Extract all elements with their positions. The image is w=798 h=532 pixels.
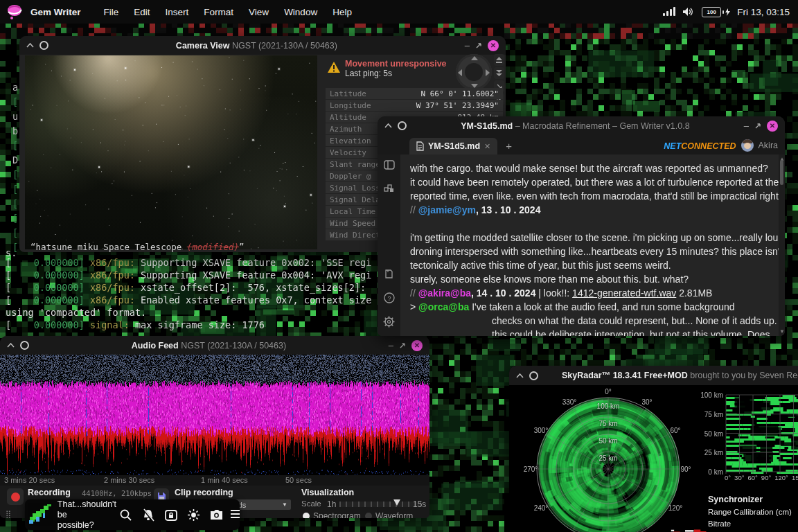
telemetry-row: LatitudeN 66° 0' 11.6002" [326, 88, 503, 99]
camera-dpad-control[interactable] [456, 54, 492, 90]
audio-titlebar[interactable]: Audio Feed NGST (2021-130A / 50463) – ✕ [0, 336, 429, 355]
avatar[interactable] [741, 139, 754, 152]
tab-ym-s1d5[interactable]: YM-S1d5.md✕ [409, 138, 497, 154]
restore-button[interactable] [475, 42, 482, 49]
pages-icon[interactable] [384, 269, 394, 283]
audio-timeline[interactable]: 3 mins 20 secs2 mins 30 secs1 min 40 sec… [0, 475, 429, 486]
record-button[interactable] [7, 488, 24, 505]
chat-line: // @akira@ba, 14 . 10 . 2024 | look!!: 1… [410, 286, 779, 300]
help-icon[interactable]: ? [384, 292, 395, 306]
dolphin-avatar [28, 501, 53, 529]
blocks-icon[interactable] [384, 182, 395, 196]
chat-line: this could be deliberate intervention, b… [410, 328, 779, 336]
file-icon [416, 141, 424, 151]
timeline-label: 1 min 40 secs [201, 476, 248, 484]
gem-writer-logo [6, 3, 24, 21]
radar-titlebar[interactable]: SkyRadar™ 18.3.41 Free+MOD brought to yo… [509, 366, 798, 385]
scrollbar[interactable]: ▲ ▼ [779, 154, 785, 336]
brightness-icon[interactable] [187, 508, 200, 522]
window-dot-icon[interactable] [398, 121, 407, 130]
notifications-off-icon[interactable] [141, 508, 155, 522]
slider-thumb[interactable] [393, 499, 400, 506]
editor-window-title: YM-S1d5.md – Macrodata Refinement – Gem … [412, 121, 738, 131]
app-name[interactable]: Gem Writer [30, 7, 81, 17]
editor-titlebar[interactable]: YM-S1d5.md – Macrodata Refinement – Gem … [378, 116, 785, 135]
radio-spectrogram[interactable]: Spectrogram [303, 511, 361, 518]
window-dot-icon[interactable] [39, 41, 48, 50]
window-dot-icon[interactable] [20, 341, 29, 350]
close-tab-icon[interactable]: ✕ [484, 142, 490, 151]
chat-line: it could have been remotely operated, bu… [410, 175, 779, 189]
close-button[interactable]: ✕ [488, 40, 499, 51]
menu-insert[interactable]: Insert [166, 7, 189, 17]
chat-text: @orca@ba [418, 301, 469, 312]
menu-icon[interactable] [231, 508, 240, 521]
chat-text: reported time, even like. even with tech… [410, 190, 779, 202]
close-button[interactable]: ✕ [767, 121, 778, 132]
chat-text: I've taken a look at the audio feed, and… [469, 301, 734, 312]
menu-file[interactable]: File [104, 7, 119, 17]
menu-format[interactable]: Format [204, 7, 233, 17]
window-dot-icon[interactable] [529, 371, 538, 380]
menu-view[interactable]: View [249, 7, 269, 17]
clip-recording-heading: Clip recording [175, 488, 233, 497]
screenshot-lock-icon[interactable] [164, 508, 178, 522]
restore-button[interactable] [754, 123, 761, 130]
minimize-button[interactable]: – [744, 123, 749, 130]
minimize-button[interactable]: – [389, 342, 393, 349]
svg-text:?: ? [387, 295, 391, 302]
battery-indicator: 100 [702, 7, 730, 17]
menu-help[interactable]: Help [332, 7, 352, 17]
attachment-link[interactable]: 1412-generated-wtf.wav [572, 287, 676, 299]
scale-slider[interactable] [339, 502, 421, 507]
radar-window-title: SkyRadar™ 18.3.41 Free+MOD brought to yo… [544, 371, 798, 380]
chat-line: tectonically active this time of year, b… [410, 258, 779, 272]
recording-meta: 44100Hz, 210kbps [82, 489, 152, 497]
chat-line: surely, someone else knows more than me … [410, 272, 779, 286]
collapse-chevron-icon[interactable] [7, 343, 15, 348]
minimize-button[interactable]: – [465, 42, 470, 49]
restore-button[interactable] [399, 342, 406, 349]
skyradar-window: SkyRadar™ 18.3.41 Free+MOD brought to yo… [509, 366, 798, 532]
camera-titlebar[interactable]: Camera View NGST (2021-130A / 50463) – ✕ [19, 36, 506, 55]
menu-window[interactable]: Window [284, 7, 317, 17]
chat-document[interactable]: with the cargo. that would make sense! b… [400, 154, 779, 336]
chat-text: > [410, 301, 418, 312]
chat-text: , 14 . 10 . 2024 [471, 287, 535, 299]
timeline-label: 3 mins 20 secs [4, 476, 55, 484]
warning-icon [327, 61, 341, 73]
chat-text: this could be deliberate intervention, b… [492, 329, 770, 336]
menu-edit[interactable]: Edit [134, 7, 150, 17]
telemetry-row: LongitudeW 37° 51' 23.3949" [326, 100, 503, 111]
radar-display-area: 0°30°60°90°120°150°180°210°240°270°300°3… [509, 385, 798, 532]
chat-text: | look!!: [535, 287, 572, 299]
toast-drag-handle[interactable]: ⣿ [6, 510, 12, 519]
close-button[interactable]: ✕ [411, 340, 423, 351]
double-down-button[interactable] [494, 67, 504, 79]
chat-text: tectonically active this time of year, b… [410, 260, 671, 271]
visualization-heading: Visualization [301, 488, 354, 497]
collapse-chevron-icon[interactable] [516, 373, 524, 378]
chat-text: with the cargo. that would make sense! b… [410, 163, 768, 174]
camera-warning: Movement unresponsive Last ping: 5s [345, 59, 447, 78]
radio-waveform[interactable]: Waveform [365, 511, 413, 518]
collapse-chevron-icon[interactable] [26, 43, 34, 48]
chat-text: @jamie@ym [418, 204, 476, 215]
collapse-chevron-icon[interactable] [384, 123, 392, 128]
synchronizer-panel: Synchronizer Range Callibration (cm) Bit… [708, 495, 792, 531]
gear-icon[interactable] [383, 316, 395, 330]
eject-button[interactable] [494, 54, 504, 66]
scroll-down-icon[interactable]: ▼ [779, 328, 785, 335]
dpad-up-icon[interactable] [471, 56, 478, 60]
sidebar-toggle-icon[interactable] [384, 160, 395, 172]
new-tab-button[interactable]: + [506, 140, 512, 152]
dpad-left-icon[interactable] [458, 69, 462, 76]
camera-icon[interactable] [209, 508, 224, 521]
clock: Fri 13, 03:15 [737, 7, 790, 17]
search-icon[interactable] [119, 508, 132, 522]
chat-line: reported time, even like. even with tech… [410, 189, 779, 203]
character-toast[interactable]: That...shouldn't bepossible? [25, 499, 240, 530]
scroll-thumb[interactable] [780, 160, 783, 185]
dpad-right-icon[interactable] [486, 69, 490, 76]
chat-line: i'm getting the modded satellite closer … [410, 231, 779, 245]
